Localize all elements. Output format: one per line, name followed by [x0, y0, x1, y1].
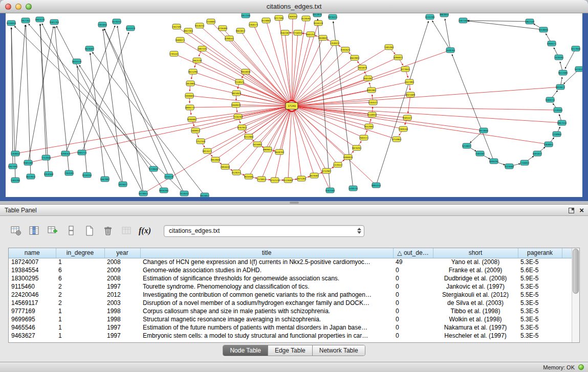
close-window-button[interactable]	[5, 4, 11, 10]
merge-rows-icon[interactable]	[64, 224, 78, 237]
graph-node[interactable]: 9863054	[440, 13, 449, 17]
graph-node[interactable]: 7356120	[164, 174, 174, 179]
table-cell[interactable]: 0	[393, 332, 433, 340]
table-cell[interactable]: 22420046	[9, 291, 56, 299]
graph-node[interactable]: 8047265	[184, 28, 193, 33]
table-cell[interactable]: 9115460	[9, 282, 56, 291]
graph-node[interactable]: 9408371	[176, 37, 185, 42]
graph-node[interactable]: 8321609	[406, 92, 416, 97]
table-cell[interactable]: 1998	[104, 307, 140, 315]
table-cell[interactable]: 0	[393, 323, 433, 332]
graph-node[interactable]: 7230964	[552, 132, 562, 137]
network-canvas[interactable]: 1724018074352063130961529018530047690602…	[6, 13, 582, 197]
graph-node[interactable]: 8034159	[72, 59, 82, 64]
graph-node[interactable]: 8463120	[35, 17, 45, 22]
table-cell[interactable]: 5.9E-5	[518, 274, 562, 282]
graph-node[interactable]: 1260654	[11, 151, 20, 156]
graph-node[interactable]: 9273645	[401, 67, 410, 72]
graph-node[interactable]: 2407168	[459, 18, 468, 23]
graph-hub-node[interactable]: 17240	[286, 103, 298, 110]
graph-node[interactable]: 8470951	[139, 191, 148, 196]
graph-node[interactable]: 9044838	[241, 69, 251, 74]
table-cell[interactable]: 1997	[104, 332, 140, 340]
graph-node[interactable]: 9152086	[244, 134, 254, 139]
graph-node[interactable]: 9070291	[352, 145, 362, 150]
table-cell[interactable]: 1998	[104, 315, 140, 323]
column-header[interactable]: in_degree	[56, 248, 104, 258]
table-cell[interactable]: 0	[393, 282, 433, 291]
column-header[interactable]: name	[9, 248, 56, 258]
table-cell[interactable]: 1997	[104, 323, 140, 332]
table-cell[interactable]: 1	[56, 258, 104, 266]
graph-node[interactable]: 2309148	[399, 126, 408, 132]
graph-node[interactable]: 9360929	[231, 102, 241, 107]
graph-node[interactable]: 7610432	[180, 191, 189, 196]
zoom-window-button[interactable]	[26, 4, 32, 10]
table-cell[interactable]: 0	[393, 266, 433, 274]
table-row[interactable]: 1938455462009Genome-wide association stu…	[9, 266, 572, 274]
graph-node[interactable]: 9318234	[195, 23, 205, 28]
graph-node[interactable]: 1862140	[525, 19, 535, 24]
graph-node[interactable]: 9648704	[275, 149, 285, 155]
graph-node[interactable]: 1705441	[169, 51, 179, 56]
graph-node[interactable]: 9145378	[126, 26, 136, 31]
table-cell[interactable]: 5.3E-5	[518, 307, 562, 315]
append-table-icon[interactable]	[46, 224, 59, 237]
graph-node[interactable]: 9565307	[363, 76, 373, 81]
graph-node[interactable]: 9628407	[85, 46, 95, 51]
table-cell[interactable]: 9463627	[9, 332, 56, 340]
column-header[interactable]: short	[433, 248, 518, 258]
graph-node[interactable]: 9663812	[236, 28, 246, 33]
graph-node[interactable]: 8095314	[372, 183, 381, 188]
graph-node[interactable]: 8406295	[489, 159, 499, 164]
table-cell[interactable]: 0	[393, 291, 433, 299]
graph-node[interactable]: 9480216	[546, 97, 555, 102]
graph-node[interactable]: 9405713	[77, 150, 87, 155]
graph-node[interactable]: 1438726	[349, 186, 358, 191]
table-cell[interactable]: Nakamura et al. (1997)	[433, 323, 518, 332]
table-cell[interactable]: 0	[393, 315, 433, 323]
graph-node[interactable]: 8663904	[350, 55, 360, 60]
table-cell[interactable]: 49	[393, 258, 433, 266]
table-cell[interactable]: Stergiakouli et al. (2012)	[433, 291, 518, 299]
graph-node[interactable]: 8367405	[8, 164, 18, 169]
table-cell[interactable]: 0	[393, 307, 433, 315]
table-cell[interactable]: 9777169	[9, 307, 56, 315]
new-file-icon[interactable]	[83, 224, 96, 237]
graph-node[interactable]: 9556128	[314, 20, 323, 26]
float-panel-icon[interactable]	[569, 208, 574, 213]
scrollbar-thumb[interactable]	[573, 249, 579, 294]
graph-node[interactable]: 8754963	[392, 137, 402, 142]
graph-node[interactable]: 8099771	[185, 105, 195, 110]
graph-node[interactable]: 9210837	[462, 143, 472, 148]
graph-node[interactable]: 8260471	[547, 41, 557, 46]
table-cell[interactable]: 1997	[104, 282, 140, 291]
table-cell[interactable]: 5.3E-5	[518, 258, 562, 266]
table-cell[interactable]: Franke et al. (2009)	[433, 266, 518, 274]
table-cell[interactable]: 1	[56, 307, 104, 315]
graph-node[interactable]: 9076415	[328, 14, 338, 19]
graph-node[interactable]: 8570243	[112, 19, 122, 24]
graph-node[interactable]: 8619402	[310, 173, 319, 178]
graph-node[interactable]: 8752120	[270, 178, 280, 183]
table-cell[interactable]: Hescheler et al. (1997)	[433, 332, 518, 340]
graph-node[interactable]: 9634505	[244, 174, 254, 179]
table-cell[interactable]: 5.3E-5	[518, 323, 562, 332]
graph-node[interactable]: 7252348	[196, 139, 206, 144]
table-cell[interactable]: 5.3E-5	[518, 282, 562, 291]
function-builder-icon[interactable]: f(x)	[138, 224, 151, 237]
graph-node[interactable]: 9318046	[539, 27, 549, 32]
graph-node[interactable]: 2118525	[235, 79, 245, 84]
graph-node[interactable]: 8582307	[280, 30, 290, 35]
graph-node[interactable]: 9615290	[188, 69, 198, 74]
table-row[interactable]: 977716911998Corpus callosum shape and si…	[9, 307, 572, 315]
table-cell[interactable]: Dudbridge et al. (2008)	[433, 274, 518, 282]
graph-node[interactable]: 1634602	[253, 142, 263, 147]
table-settings-icon[interactable]	[9, 224, 23, 237]
graph-node[interactable]: 1562106	[172, 24, 182, 29]
graph-node[interactable]: 2268173	[249, 22, 258, 27]
table-cell[interactable]: Estimation of the future numbers of pati…	[140, 323, 393, 332]
graph-node[interactable]: 8128251	[232, 170, 242, 175]
table-cell[interactable]: 2	[56, 282, 104, 291]
table-cell[interactable]: 2003	[104, 299, 140, 307]
